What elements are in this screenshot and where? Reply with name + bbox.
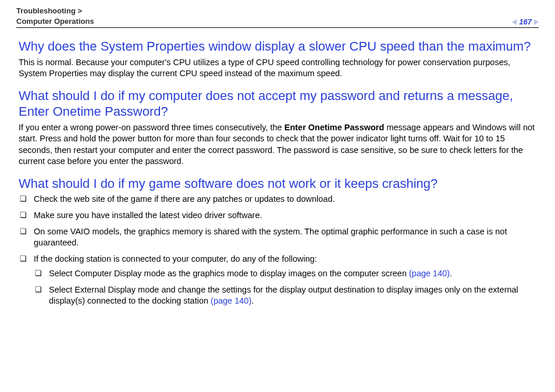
- page-header: Troubleshooting > Computer Operations 16…: [16, 6, 539, 28]
- faq-list-game-crash: Check the web site of the game if there …: [19, 194, 536, 307]
- page-number-nav: 167: [512, 17, 539, 26]
- faq-heading-cpu-speed: Why does the System Properties window di…: [19, 38, 536, 55]
- list-item: Make sure you have installed the latest …: [19, 210, 536, 222]
- text-fragment: .: [450, 269, 452, 278]
- faq-heading-game-crash: What should I do if my game software doe…: [19, 176, 536, 192]
- bold-text: Enter Onetime Password: [284, 123, 385, 132]
- text-fragment: If you enter a wrong power-on password t…: [19, 123, 284, 132]
- list-item: Select Computer Display mode as the grap…: [34, 268, 536, 280]
- next-page-icon[interactable]: [534, 19, 539, 25]
- page-link[interactable]: (page 140): [211, 296, 251, 305]
- breadcrumb: Troubleshooting > Computer Operations: [16, 6, 94, 26]
- faq-body-onetime-password: If you enter a wrong power-on password t…: [19, 122, 536, 168]
- breadcrumb-line2: Computer Operations: [16, 17, 94, 26]
- text-fragment: If the docking station is connected to y…: [34, 254, 317, 263]
- breadcrumb-line1: Troubleshooting >: [16, 6, 82, 15]
- page-number: 167: [519, 17, 532, 26]
- list-item: On some VAIO models, the graphics memory…: [19, 226, 536, 249]
- list-item: If the docking station is connected to y…: [19, 254, 536, 307]
- list-item: Check the web site of the game if there …: [19, 194, 536, 205]
- text-fragment: Select Computer Display mode as the grap…: [49, 269, 409, 278]
- faq-sublist: Select Computer Display mode as the grap…: [34, 268, 536, 307]
- faq-heading-onetime-password: What should I do if my computer does not…: [19, 88, 536, 120]
- page-content: Why does the System Properties window di…: [16, 38, 539, 307]
- faq-body-cpu-speed: This is normal. Because your computer's …: [19, 57, 536, 80]
- text-fragment: Select External Display mode and change …: [49, 285, 518, 306]
- text-fragment: .: [251, 296, 254, 305]
- list-item: Select External Display mode and change …: [34, 284, 536, 307]
- page-link[interactable]: (page 140): [409, 269, 450, 278]
- prev-page-icon[interactable]: [512, 19, 517, 25]
